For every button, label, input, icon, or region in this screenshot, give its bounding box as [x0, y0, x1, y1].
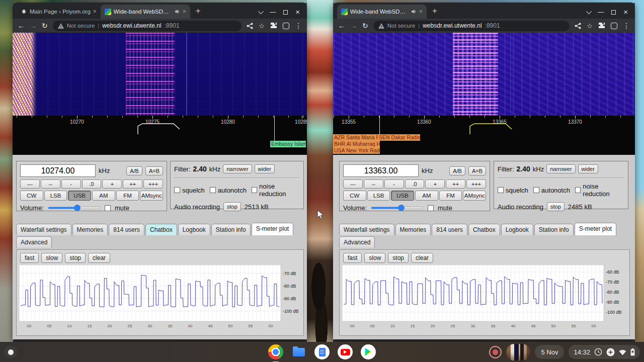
- wider-button[interactable]: wider: [255, 164, 275, 173]
- mode-button-cw[interactable]: CW: [20, 191, 43, 201]
- forward-button[interactable]: →: [30, 22, 37, 29]
- mode-button-cw[interactable]: CW: [343, 191, 366, 201]
- frequency-step-button[interactable]: +: [102, 179, 122, 189]
- profile-icon[interactable]: [283, 23, 289, 29]
- sdr-tab-814-users[interactable]: 814 users: [432, 224, 467, 235]
- address-bar[interactable]: Not secure | websdr.ewi.utwente.nl :8901: [373, 21, 570, 31]
- share-icon[interactable]: [575, 23, 581, 29]
- smeter-clear-button[interactable]: clear: [411, 253, 433, 263]
- a-equals-b-button[interactable]: A=B: [468, 166, 486, 175]
- tab-search-chevron-icon[interactable]: [258, 9, 264, 14]
- sdr-tab-memories[interactable]: Memories: [72, 224, 108, 235]
- sdr-tab-station-info[interactable]: Station info: [211, 224, 251, 235]
- frequency-step-button[interactable]: +++: [143, 179, 163, 189]
- autonotch-checkbox[interactable]: [533, 187, 539, 193]
- minimize-button[interactable]: —: [270, 9, 276, 16]
- smeter-slow-button[interactable]: slow: [41, 253, 62, 263]
- add-note-plus-icon[interactable]: [606, 348, 615, 356]
- station-label[interactable]: AZR Santa Maria R: [333, 134, 378, 141]
- back-button[interactable]: ←: [18, 22, 25, 29]
- mode-button-usb[interactable]: USB: [391, 191, 414, 201]
- ab-toggle-button[interactable]: A/B: [449, 166, 465, 175]
- tab-close-icon[interactable]: ×: [183, 8, 186, 15]
- smeter-stop-button[interactable]: stop: [388, 253, 409, 263]
- recording-stop-button[interactable]: stop: [223, 202, 241, 211]
- autonotch-checkbox[interactable]: [210, 187, 216, 193]
- squelch-checkbox[interactable]: [498, 187, 504, 193]
- station-label[interactable]: BHR Al Muharraq H: [333, 141, 380, 147]
- mode-button-lsb[interactable]: LSB: [367, 191, 390, 201]
- frequency-step-button[interactable]: --: [364, 179, 383, 189]
- close-button[interactable]: ×: [295, 10, 300, 15]
- wider-button[interactable]: wider: [578, 164, 598, 173]
- a-equals-b-button[interactable]: A=B: [145, 166, 163, 175]
- reload-button[interactable]: ↻: [42, 22, 48, 29]
- smeter-slow-button[interactable]: slow: [364, 253, 385, 263]
- mode-button-amsync[interactable]: AMsync: [140, 191, 163, 201]
- play-store-app-icon[interactable]: [361, 344, 376, 359]
- menu-dots-icon[interactable]: ⋮: [623, 22, 630, 29]
- back-button[interactable]: ←: [338, 22, 345, 29]
- tab-search-chevron-icon[interactable]: [586, 9, 592, 14]
- ab-toggle-button[interactable]: A/B: [126, 166, 142, 175]
- sdr-tab-chatbox[interactable]: Chatbox: [145, 224, 177, 235]
- mute-checkbox[interactable]: [105, 205, 111, 211]
- squelch-checkbox[interactable]: [174, 187, 180, 193]
- station-label[interactable]: SEN Dakar Radio: [378, 134, 420, 141]
- mode-button-usb[interactable]: USB: [68, 191, 91, 201]
- docs-app-icon[interactable]: [314, 344, 330, 359]
- system-tray[interactable]: 14:32: [569, 345, 640, 359]
- files-app-icon[interactable]: [291, 344, 306, 359]
- frequency-step-button[interactable]: ---: [20, 179, 40, 189]
- sdr-tab-station-info[interactable]: Station info: [534, 224, 574, 235]
- recording-stop-button[interactable]: stop: [547, 202, 565, 211]
- minimize-button[interactable]: —: [598, 9, 604, 16]
- forward-button[interactable]: →: [350, 22, 357, 29]
- smeter-fast-button[interactable]: fast: [20, 253, 39, 263]
- screen-record-stop-button[interactable]: [489, 346, 502, 358]
- filter-width-slider[interactable]: [174, 177, 300, 179]
- sdr-tab-814-users[interactable]: 814 users: [109, 224, 144, 235]
- extensions-puzzle-icon[interactable]: [270, 22, 277, 29]
- new-tab-button[interactable]: +: [192, 6, 204, 18]
- mute-checkbox[interactable]: [428, 205, 434, 211]
- waterfall-display[interactable]: [333, 33, 635, 116]
- sdr-tab-memories[interactable]: Memories: [395, 224, 431, 235]
- browser-tab[interactable]: Wide-band WebSDR in Ensch×: [101, 5, 190, 19]
- waterfall-display[interactable]: [13, 33, 307, 116]
- sdr-tab-waterfall-settings[interactable]: Waterfall settings: [339, 224, 394, 235]
- sdr-tab-s-meter-plot[interactable]: S-meter plot: [575, 223, 616, 235]
- close-button[interactable]: ×: [623, 10, 628, 15]
- noise-reduction-checkbox[interactable]: [252, 187, 257, 193]
- address-bar[interactable]: Not secure | websdr.ewi.utwente.nl :8901: [53, 21, 242, 31]
- sdr-tab-logbook[interactable]: Logbook: [178, 224, 210, 235]
- extensions-puzzle-icon[interactable]: [598, 22, 605, 29]
- frequency-step-button[interactable]: +: [425, 179, 445, 189]
- sdr-tab-logbook[interactable]: Logbook: [501, 224, 533, 235]
- browser-tab[interactable]: Main Page › Priyom.org×: [17, 5, 101, 19]
- frequency-step-button[interactable]: .0: [405, 179, 425, 189]
- smeter-clear-button[interactable]: clear: [88, 253, 110, 263]
- frequency-step-button[interactable]: ++: [123, 179, 142, 189]
- browser-tab[interactable]: Wide-band WebSDR in Ensch×: [337, 5, 427, 19]
- volume-slider[interactable]: [48, 207, 101, 209]
- bookmark-star-icon[interactable]: ☆: [259, 23, 265, 29]
- launcher-button[interactable]: [4, 345, 17, 358]
- capture-preview-thumbnail[interactable]: [506, 344, 530, 360]
- frequency-step-button[interactable]: -: [384, 179, 404, 189]
- chrome-app-icon[interactable]: [268, 344, 283, 359]
- noise-reduction-checkbox[interactable]: [575, 187, 581, 193]
- volume-slider[interactable]: [371, 207, 424, 209]
- frequency-step-button[interactable]: ---: [343, 179, 363, 189]
- bookmark-star-icon[interactable]: ☆: [587, 23, 593, 29]
- frequency-scale[interactable]: 13355133601336513370AZR Santa Maria RSEN…: [333, 116, 635, 155]
- mode-button-fm[interactable]: FM: [439, 191, 462, 201]
- frequency-input[interactable]: [343, 164, 419, 177]
- maximize-button[interactable]: [611, 10, 616, 15]
- sdr-tab-chatbox[interactable]: Chatbox: [468, 224, 500, 235]
- mode-button-am[interactable]: AM: [415, 191, 438, 201]
- smeter-stop-button[interactable]: stop: [65, 253, 86, 263]
- frequency-step-button[interactable]: ++: [446, 179, 465, 189]
- new-tab-button[interactable]: +: [429, 6, 441, 18]
- narrower-button[interactable]: narrower: [546, 164, 575, 173]
